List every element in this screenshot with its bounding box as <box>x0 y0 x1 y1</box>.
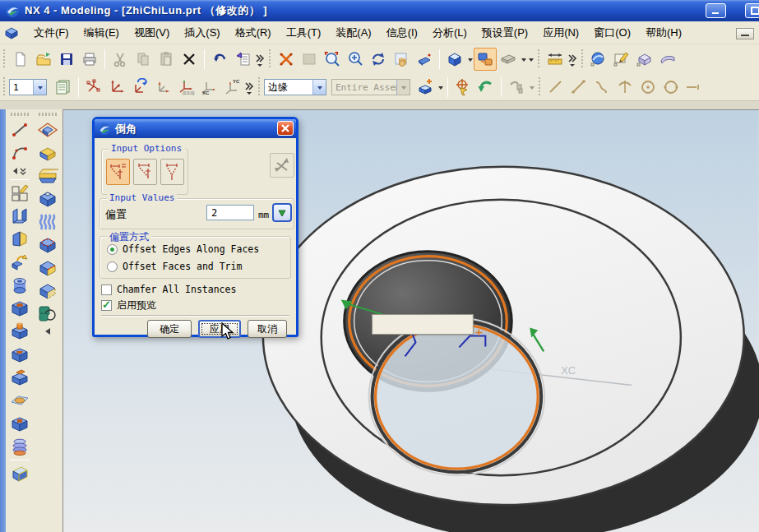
arc-button[interactable] <box>8 141 31 164</box>
toolbar-overflow-button[interactable] <box>243 76 255 98</box>
maximize-button[interactable] <box>745 3 759 18</box>
measure-button[interactable] <box>544 48 567 71</box>
dialog-titlebar[interactable]: 倒角 <box>95 119 296 138</box>
edge-blend-button[interactable] <box>36 234 59 257</box>
add-to-selection-dropdown[interactable] <box>437 77 444 97</box>
layer-settings-button[interactable] <box>52 76 75 99</box>
snap-view-button[interactable] <box>474 48 497 71</box>
back-button[interactable] <box>474 76 498 99</box>
selection-filter-combo[interactable]: 边缘 <box>264 79 326 95</box>
chevron-down-icon[interactable] <box>33 80 46 95</box>
menu-insert[interactable]: 插入(S) <box>177 23 227 43</box>
add-to-selection-button[interactable] <box>414 76 437 99</box>
cylinder-button[interactable] <box>8 274 31 297</box>
checkbox-checked-icon[interactable] <box>101 300 112 311</box>
spline-curve-button[interactable] <box>590 76 613 99</box>
delete-button[interactable] <box>178 48 201 71</box>
paste-button[interactable] <box>155 48 178 71</box>
open-button[interactable] <box>32 48 55 71</box>
new-button[interactable] <box>9 48 32 71</box>
menu-view[interactable]: 视图(V) <box>127 23 177 43</box>
layer-combo[interactable]: 1 <box>9 79 47 95</box>
zoom-region-button[interactable] <box>321 48 344 71</box>
chain-selection-dropdown[interactable] <box>528 77 535 97</box>
wcs-yc-button[interactable]: YC <box>220 76 243 99</box>
chevron-down-icon[interactable] <box>312 80 326 95</box>
unite-button[interactable] <box>36 303 59 326</box>
chamfer-button[interactable] <box>36 257 59 280</box>
circle-center-button[interactable] <box>636 76 659 99</box>
point-curve-button[interactable] <box>683 76 706 99</box>
toolbar-overflow-button[interactable] <box>254 49 266 70</box>
shaded-display-button[interactable] <box>443 48 466 71</box>
trimmed-body-button[interactable] <box>8 228 31 251</box>
zoom-in-out-button[interactable] <box>344 48 367 71</box>
hole-button[interactable] <box>8 297 31 320</box>
extrude-button[interactable] <box>8 205 31 228</box>
sketch-tool-button[interactable] <box>610 48 633 71</box>
sweep-button[interactable] <box>8 251 31 274</box>
line-curve-button[interactable] <box>544 76 567 99</box>
datum-csys-button[interactable] <box>36 164 59 187</box>
sheet-body-button[interactable] <box>8 389 31 412</box>
toolbar-drag-handle[interactable] <box>268 49 271 69</box>
radio-unselected-icon[interactable] <box>107 261 118 272</box>
circle-curve-button[interactable] <box>659 76 683 99</box>
checkbox-unchecked-icon[interactable] <box>101 285 112 295</box>
extrude-tool-button[interactable] <box>633 48 656 71</box>
toolbar-drag-handle[interactable] <box>11 113 29 116</box>
line-button[interactable] <box>8 118 31 141</box>
sketch-button[interactable] <box>8 182 31 205</box>
minimize-button[interactable] <box>706 3 726 18</box>
dimension-input-box[interactable] <box>373 315 474 336</box>
sheet-tool-button[interactable] <box>656 48 679 71</box>
menu-assemblies[interactable]: 装配(A) <box>328 23 378 43</box>
coil-button[interactable] <box>8 435 31 458</box>
toolbar-overflow-button[interactable] <box>567 49 578 70</box>
offset-value-menu-button[interactable] <box>272 203 292 222</box>
visualization-button[interactable] <box>497 48 520 71</box>
toolbar-drag-handle[interactable] <box>581 49 584 69</box>
rib-button[interactable] <box>36 210 59 234</box>
arc-curve-button[interactable] <box>613 76 636 99</box>
menu-edit[interactable]: 编辑(E) <box>76 23 127 43</box>
visualization-dropdown[interactable] <box>520 49 527 69</box>
menu-file[interactable]: 文件(F) <box>26 23 76 43</box>
chamfer-all-instances-row[interactable]: Chamfer All Instances <box>101 284 236 295</box>
datum-plane-button[interactable] <box>36 118 59 141</box>
pocket-button[interactable] <box>8 343 31 366</box>
enable-preview-row[interactable]: 启用预览 <box>101 298 156 312</box>
visualization-more-dropdown[interactable] <box>527 49 535 69</box>
pan-button[interactable] <box>390 48 413 71</box>
menu-application[interactable]: 应用(N) <box>535 23 586 43</box>
menu-tools[interactable]: 工具(T) <box>279 23 329 43</box>
toolbar-drag-handle[interactable] <box>257 77 261 97</box>
undo-button[interactable] <box>208 48 231 71</box>
window-titlebar[interactable]: NX 4 - Modeling - [ZhiChiLun.prt （修改的） ] <box>0 0 759 21</box>
pad-button[interactable] <box>8 366 31 389</box>
print-button[interactable] <box>78 48 101 71</box>
double-offset-option-button[interactable] <box>133 159 157 185</box>
menu-help[interactable]: 帮助(H) <box>638 23 689 43</box>
csys-button[interactable] <box>105 76 128 99</box>
menu-window[interactable]: 窗口(O) <box>586 23 638 43</box>
corner-feature-button[interactable] <box>36 187 59 210</box>
orient-wcs-button[interactable] <box>151 76 174 99</box>
toolbar-drag-handle[interactable] <box>538 77 541 97</box>
toolbar-drag-handle[interactable] <box>2 49 6 69</box>
change-list-button[interactable] <box>231 48 254 71</box>
offset-input[interactable]: 2 <box>206 205 254 220</box>
wcs-xc-button[interactable]: XC <box>197 76 220 99</box>
subtract-feature-button[interactable] <box>36 280 59 303</box>
cancel-button[interactable]: 取消 <box>248 320 287 338</box>
toolbar-collapse-button[interactable] <box>36 326 59 337</box>
mdi-minimize-button[interactable] <box>736 28 754 39</box>
line-point-curve-button[interactable] <box>567 76 590 99</box>
datum-axis-button[interactable] <box>36 141 59 164</box>
toolbar-drag-handle[interactable] <box>537 49 540 69</box>
offset-edges-radio-row[interactable]: Offset Edges Along Faces <box>107 243 259 255</box>
boss-button[interactable] <box>8 320 31 343</box>
menu-analysis[interactable]: 分析(L) <box>425 23 474 43</box>
offset-angle-option-button[interactable] <box>160 159 184 185</box>
save-button[interactable] <box>55 48 78 71</box>
